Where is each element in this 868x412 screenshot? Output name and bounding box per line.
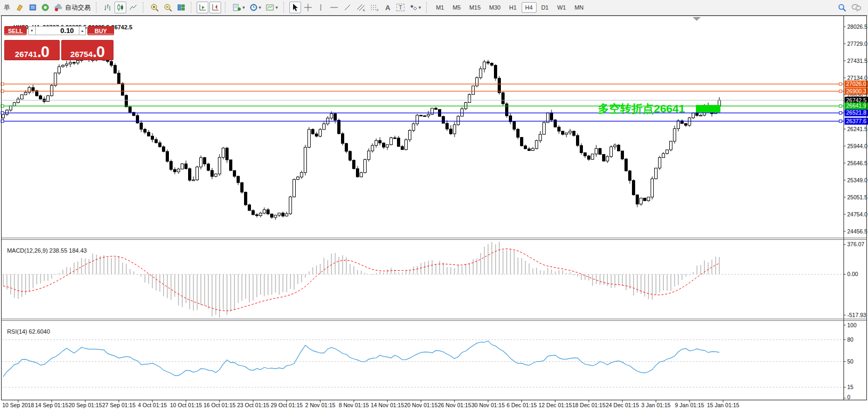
svg-text:0: 0 bbox=[847, 394, 850, 400]
text-icon: A bbox=[385, 4, 390, 12]
svg-text:26377.6: 26377.6 bbox=[846, 118, 866, 124]
zoom-in-button[interactable] bbox=[149, 2, 161, 13]
timeframe-m30[interactable]: M30 bbox=[485, 2, 504, 13]
periods-button[interactable]: ▾ bbox=[248, 2, 263, 13]
autotrading-icon bbox=[54, 3, 63, 12]
svg-text:24754.0: 24754.0 bbox=[847, 211, 867, 217]
channel-icon: E bbox=[356, 3, 366, 12]
chart-shift-button[interactable] bbox=[209, 2, 221, 13]
zoom-in-icon bbox=[150, 3, 159, 12]
timeframe-mn[interactable]: MN bbox=[571, 2, 587, 13]
timeframe-m5[interactable]: M5 bbox=[449, 2, 464, 13]
arrows-tool-button[interactable]: ▾ bbox=[408, 2, 423, 13]
trendline-tool-button[interactable] bbox=[342, 2, 353, 13]
autotrading-button[interactable]: 自动交易 bbox=[52, 2, 92, 13]
volume-decrease-button[interactable]: ▼ bbox=[28, 26, 36, 35]
auto-scroll-button[interactable] bbox=[197, 2, 208, 13]
market-watch-button[interactable] bbox=[14, 2, 26, 13]
svg-text:26521.8: 26521.8 bbox=[846, 109, 866, 116]
toolbar-grip bbox=[283, 2, 287, 13]
timeframe-d1[interactable]: D1 bbox=[538, 2, 553, 13]
timeframe-m1[interactable]: M1 bbox=[432, 2, 448, 13]
timeframe-h1[interactable]: H1 bbox=[506, 2, 521, 13]
fibonacci-icon: F bbox=[370, 3, 379, 12]
buy-button[interactable]: BUY bbox=[87, 26, 114, 35]
chart-canvas[interactable]: 多空转折点2664128026.527729.027431.527134.026… bbox=[0, 0, 868, 412]
sell-button[interactable]: SELL bbox=[4, 26, 27, 35]
svg-text:18 Dec 01:15: 18 Dec 01:15 bbox=[572, 402, 606, 408]
svg-text:24456.5: 24456.5 bbox=[847, 228, 867, 235]
timeframe-m15[interactable]: M15 bbox=[466, 2, 484, 13]
buy-price-block[interactable]: 26754.0 bbox=[61, 40, 113, 60]
chevron-down-icon: ▾ bbox=[242, 5, 245, 10]
svg-text:27026.0: 27026.0 bbox=[846, 80, 866, 87]
svg-text:3 Jan 01:15: 3 Jan 01:15 bbox=[642, 402, 671, 408]
one-click-trading-panel: SELL ▼ ▲ BUY 26741.0 26754.0 bbox=[4, 26, 114, 60]
chart-shift-icon bbox=[211, 3, 220, 12]
macd-values: 238.55 184.43 bbox=[50, 247, 87, 254]
volume-input[interactable] bbox=[36, 26, 79, 35]
bar-chart-button[interactable] bbox=[102, 2, 113, 13]
svg-text:16 Oct 01:15: 16 Oct 01:15 bbox=[204, 402, 236, 408]
bar-chart-icon bbox=[103, 3, 112, 12]
autotrading-label: 自动交易 bbox=[65, 3, 91, 12]
timeframe-bar: M1M5M15M30H1H4D1W1MN bbox=[432, 2, 588, 13]
svg-text:80: 80 bbox=[847, 336, 854, 343]
svg-text:25944.0: 25944.0 bbox=[847, 143, 867, 149]
templates-icon bbox=[265, 3, 274, 12]
vertical-line-tool-button[interactable] bbox=[315, 2, 327, 13]
svg-text:-517.93: -517.93 bbox=[847, 312, 866, 318]
toolbar-grip bbox=[191, 2, 194, 13]
volume-increase-button[interactable]: ▲ bbox=[79, 26, 86, 35]
zoom-out-button[interactable] bbox=[162, 2, 174, 13]
indicators-icon bbox=[232, 3, 241, 12]
rsi-value: 62.6040 bbox=[29, 328, 50, 335]
crosshair-tool-button[interactable] bbox=[302, 2, 314, 13]
templates-button[interactable]: ▾ bbox=[264, 2, 280, 13]
new-order-button[interactable]: 单 bbox=[1, 2, 13, 13]
search-button[interactable] bbox=[836, 2, 848, 13]
chevron-down-icon: ▾ bbox=[419, 5, 421, 10]
line-chart-button[interactable] bbox=[127, 2, 139, 13]
svg-text:25349.0: 25349.0 bbox=[847, 177, 867, 183]
navigator-button[interactable] bbox=[27, 2, 38, 13]
svg-text:10 Sep 2018: 10 Sep 2018 bbox=[2, 402, 34, 408]
clock-icon bbox=[249, 3, 258, 12]
svg-text:0.00: 0.00 bbox=[847, 271, 858, 277]
search-icon bbox=[838, 3, 847, 12]
svg-text:15: 15 bbox=[847, 384, 854, 390]
svg-text:27729.0: 27729.0 bbox=[847, 41, 867, 47]
toolbar: 单 自动交易 bbox=[0, 0, 868, 15]
svg-text:6 Dec 01:15: 6 Dec 01:15 bbox=[507, 402, 537, 408]
text-label-tool-button[interactable]: T bbox=[395, 2, 407, 13]
arrows-icon bbox=[409, 3, 418, 12]
tile-windows-icon bbox=[177, 3, 185, 12]
fibonacci-tool-button[interactable]: F bbox=[368, 2, 381, 13]
tile-windows-button[interactable] bbox=[175, 2, 187, 13]
buy-price: 26754 bbox=[70, 50, 93, 59]
crosshair-icon bbox=[304, 3, 312, 12]
text-tool-button[interactable]: A bbox=[382, 2, 394, 13]
indicators-button[interactable]: ▾ bbox=[231, 2, 247, 13]
svg-text:23 Oct 01:15: 23 Oct 01:15 bbox=[237, 402, 269, 408]
svg-text:24 Dec 01:15: 24 Dec 01:15 bbox=[606, 402, 639, 408]
equidistant-channel-tool-button[interactable]: E bbox=[354, 2, 367, 13]
toolbar-grip bbox=[96, 2, 99, 13]
cursor-tool-button[interactable] bbox=[289, 2, 301, 13]
chat-button[interactable] bbox=[849, 2, 863, 13]
svg-text:9 Jan 01:15: 9 Jan 01:15 bbox=[675, 402, 704, 408]
data-window-button[interactable] bbox=[39, 2, 51, 13]
sell-price-block[interactable]: 26741.0 bbox=[4, 40, 60, 60]
cursor-icon bbox=[291, 3, 299, 12]
rsi-header: RSI(14) 62.6040 bbox=[4, 322, 50, 335]
chevron-down-icon: ▾ bbox=[259, 5, 262, 10]
chat-icon bbox=[851, 3, 862, 12]
timeframe-h4[interactable]: H4 bbox=[522, 2, 537, 13]
candlestick-chart-button[interactable] bbox=[115, 2, 126, 13]
svg-text:27 Sep 01:15: 27 Sep 01:15 bbox=[102, 402, 136, 408]
vertical-line-icon bbox=[318, 3, 324, 12]
svg-text:F: F bbox=[377, 9, 379, 12]
horizontal-line-tool-button[interactable] bbox=[328, 2, 340, 13]
market-watch-icon bbox=[15, 3, 24, 12]
timeframe-w1[interactable]: W1 bbox=[554, 2, 570, 13]
